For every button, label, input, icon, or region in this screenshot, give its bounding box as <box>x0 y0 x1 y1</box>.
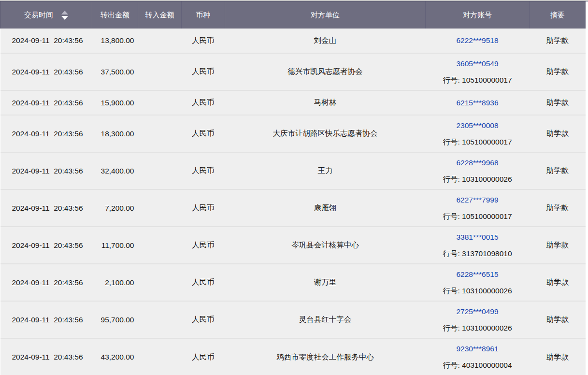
counterparty-name: 刘金山 <box>314 36 337 44</box>
column-header-out-amount: 转出金额 <box>92 1 138 29</box>
cell-summary: 助学款 <box>530 53 586 90</box>
cell-transaction-time: 2024-09-11 20:43:56 <box>0 338 92 375</box>
account-number-link[interactable]: 6227***7999 <box>456 195 498 205</box>
currency: 人民币 <box>192 67 215 75</box>
counterparty-name: 马树林 <box>314 98 337 106</box>
sort-icon[interactable] <box>61 11 68 20</box>
cell-transaction-time: 2024-09-11 20:43:56 <box>0 53 92 90</box>
cell-in-amount <box>138 152 182 189</box>
bank-number: 行号: 313701098010 <box>426 249 530 259</box>
column-header-counterparty: 对方单位 <box>225 1 426 29</box>
out-amount: 2,100.00 <box>105 278 134 287</box>
transaction-time: 2024-09-11 20:43:56 <box>12 278 83 287</box>
cell-transaction-time: 2024-09-11 20:43:56 <box>0 227 92 264</box>
transaction-time: 2024-09-11 20:43:56 <box>12 241 83 249</box>
cell-in-amount <box>138 29 182 53</box>
counterparty-name: 德兴市凯风志愿者协会 <box>288 67 363 75</box>
bank-number: 行号: 403100000004 <box>426 361 530 370</box>
cell-counterparty: 鸡西市零度社会工作服务中心 <box>225 338 426 375</box>
currency: 人民币 <box>192 203 215 212</box>
account-number-link[interactable]: 6228***6515 <box>456 270 498 279</box>
summary-text: 助学款 <box>546 203 569 212</box>
header-row: 交易时间 转出金额 转入金额 币种 对方单 <box>0 1 586 29</box>
summary-text: 助学款 <box>546 353 569 361</box>
account-number-link[interactable]: 2305***0008 <box>456 121 498 130</box>
cell-counterparty: 王力 <box>225 152 426 189</box>
transaction-time: 2024-09-11 20:43:56 <box>12 99 83 107</box>
currency: 人民币 <box>192 278 215 286</box>
account-number-link[interactable]: 3605***0549 <box>456 59 498 69</box>
cell-summary: 助学款 <box>530 115 586 152</box>
cell-transaction-time: 2024-09-11 20:43:56 <box>0 189 92 227</box>
cell-currency: 人民币 <box>182 53 225 90</box>
summary-text: 助学款 <box>546 315 569 323</box>
cell-in-amount <box>138 301 182 338</box>
cell-out-amount: 32,400.00 <box>92 152 138 189</box>
cell-in-amount <box>138 90 182 115</box>
out-amount: 37,500.00 <box>101 68 134 76</box>
account-number-link[interactable]: 6228***9968 <box>456 158 498 168</box>
cell-currency: 人民币 <box>182 115 225 152</box>
cell-transaction-time: 2024-09-11 20:43:56 <box>0 115 92 152</box>
summary-text: 助学款 <box>546 36 569 44</box>
bank-number: 行号: 103100000026 <box>426 323 530 333</box>
counterparty-name: 灵台县红十字会 <box>299 315 352 323</box>
cell-currency: 人民币 <box>182 301 225 338</box>
cell-summary: 助学款 <box>530 264 586 301</box>
currency: 人民币 <box>192 98 215 106</box>
cell-counterparty-account: 6227***7999 行号: 105100000017 <box>426 189 530 227</box>
cell-counterparty: 谢万里 <box>225 264 426 301</box>
currency: 人民币 <box>192 36 215 44</box>
cell-counterparty-account: 2725***0499 行号: 103100000026 <box>426 301 530 338</box>
bank-number: 行号: 103100000026 <box>426 174 530 184</box>
column-label: 对方单位 <box>311 11 340 19</box>
transaction-time: 2024-09-11 20:43:56 <box>12 353 83 361</box>
cell-counterparty: 岑巩县会计核算中心 <box>225 227 426 264</box>
table-row: 2024-09-11 20:43:56 37,500.00 人民币 德兴市凯风志… <box>0 53 586 90</box>
cell-out-amount: 15,900.00 <box>92 90 138 115</box>
cell-transaction-time: 2024-09-11 20:43:56 <box>0 301 92 338</box>
cell-transaction-time: 2024-09-11 20:43:56 <box>0 152 92 189</box>
cell-summary: 助学款 <box>530 338 586 375</box>
cell-counterparty-account: 6215***8936 <box>426 90 530 115</box>
counterparty-name: 王力 <box>318 166 333 174</box>
column-label: 对方账号 <box>463 11 492 19</box>
bank-number: 行号: 105100000017 <box>426 137 530 147</box>
cell-transaction-time: 2024-09-11 20:43:56 <box>0 264 92 301</box>
out-amount: 11,700.00 <box>101 241 134 249</box>
table-row: 2024-09-11 20:43:56 18,300.00 人民币 大庆市让胡路… <box>0 115 586 152</box>
transaction-table: 交易时间 转出金额 转入金额 币种 对方单 <box>0 1 586 375</box>
out-amount: 43,200.00 <box>101 353 134 361</box>
account-number-link[interactable]: 6222***9518 <box>456 36 498 45</box>
cell-out-amount: 18,300.00 <box>92 115 138 152</box>
cell-counterparty-account: 3605***0549 行号: 105100000017 <box>426 53 530 90</box>
account-number-link[interactable]: 3381***0015 <box>456 232 498 242</box>
cell-in-amount <box>138 189 182 227</box>
cell-in-amount <box>138 264 182 301</box>
cell-counterparty: 大庆市让胡路区快乐志愿者协会 <box>225 115 426 152</box>
counterparty-name: 康雁翎 <box>314 203 337 212</box>
counterparty-name: 大庆市让胡路区快乐志愿者协会 <box>273 129 378 137</box>
summary-text: 助学款 <box>546 129 569 137</box>
cell-counterparty: 灵台县红十字会 <box>225 301 426 338</box>
sort-asc-triangle <box>61 11 68 14</box>
currency: 人民币 <box>192 166 215 174</box>
cell-summary: 助学款 <box>530 152 586 189</box>
counterparty-name: 鸡西市零度社会工作服务中心 <box>276 353 374 361</box>
account-number-link[interactable]: 2725***0499 <box>456 307 498 317</box>
cell-out-amount: 2,100.00 <box>92 264 138 301</box>
out-amount: 95,700.00 <box>101 316 134 324</box>
currency: 人民币 <box>192 353 215 361</box>
table-row: 2024-09-11 20:43:56 95,700.00 人民币 灵台县红十字… <box>0 301 586 338</box>
transaction-time: 2024-09-11 20:43:56 <box>12 167 83 175</box>
cell-counterparty-account: 3381***0015 行号: 313701098010 <box>426 227 530 264</box>
out-amount: 15,900.00 <box>101 99 134 107</box>
account-number-link[interactable]: 6215***8936 <box>456 98 498 108</box>
out-amount: 13,800.00 <box>101 36 134 44</box>
cell-counterparty-account: 6228***6515 行号: 103100000026 <box>426 264 530 301</box>
currency: 人民币 <box>192 129 215 137</box>
column-header-transaction-time[interactable]: 交易时间 <box>0 1 92 29</box>
account-number-link[interactable]: 9230***8961 <box>456 344 498 354</box>
cell-summary: 助学款 <box>530 189 586 227</box>
cell-out-amount: 43,200.00 <box>92 338 138 375</box>
